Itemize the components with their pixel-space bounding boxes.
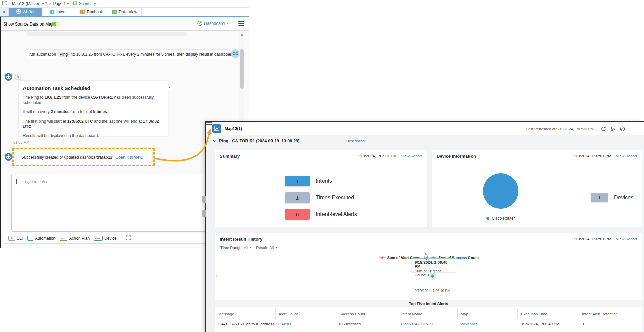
user-message-text: run automation <box>29 52 56 57</box>
panel-menu-button[interactable] <box>238 21 244 26</box>
user-message: run automation Ping to 10.8.1.25 from CA… <box>26 49 229 59</box>
data-view-icon: D <box>112 10 117 14</box>
stat-value: 0 <box>285 209 310 220</box>
chat-input-toolbar: cli:CLI ni:Automation act:Action Plan de… <box>4 233 234 244</box>
time-range-filter[interactable]: Time Range: All <box>220 246 251 250</box>
view-report-link[interactable]: View Report <box>616 154 637 158</box>
user-message-text: to 10.8.1.25 from CA-TOR-R1 every 2 minu… <box>71 52 234 57</box>
column-header: Map <box>457 309 517 319</box>
chevron-down-icon <box>42 3 44 4</box>
toolbar-item-automation[interactable]: ni:Automation <box>27 236 55 241</box>
stat-value: 1 <box>285 192 310 203</box>
table-header-row: Message Alert Count Success Count Intent… <box>215 309 642 319</box>
dashboard-dropdown[interactable]: Dashboard <box>197 21 228 26</box>
column-header: Intent Alert Detection <box>579 309 642 319</box>
section-collapse-header[interactable]: Ping - CA-TOR-R1 (2024-09-19_13-06-29) <box>213 139 299 143</box>
toolbar-item-cli[interactable]: cli:CLI <box>8 236 23 241</box>
dashboard-section-row: Ping - CA-TOR-R1 (2024-09-19_13-06-29) D… <box>206 135 644 147</box>
card-line: Results will be displayed in the dashboa… <box>23 133 164 138</box>
toolbar-item-action-plan[interactable]: act:Action Plan <box>60 236 90 241</box>
summary-card-header: Summary 9/19/2024, 1:07:01 PM View Repor… <box>215 150 427 162</box>
cell-view-map-link[interactable]: View Map <box>457 319 517 329</box>
column-header: Success Count <box>336 309 398 319</box>
tooltip-timestamp: 9/19/2024, 1:06:40 PM <box>415 260 453 268</box>
pie-legend: Cisco Router <box>469 216 533 221</box>
summary-label: Summary <box>79 1 96 6</box>
breadcrumb-map[interactable]: Map12 (Master) * <box>12 1 47 6</box>
device-icon: dev: <box>94 236 103 241</box>
expand-input-icon[interactable] <box>126 235 131 241</box>
action-plan-icon: act: <box>60 236 67 241</box>
history-filters: Time Range: All Result: All <box>220 246 277 250</box>
tab-label: AI-Bot <box>23 10 34 14</box>
section-title-text: Ping - CA-TOR-R1 (2024-09-19_13-06-29) <box>219 139 299 143</box>
scrollbar-thumb[interactable] <box>240 49 244 89</box>
breadcrumb-page[interactable]: Page 1 <box>53 1 69 6</box>
panel-resize-handle[interactable] <box>202 210 206 217</box>
device-card-header: Device Information 9/19/2024, 1:07:01 PM… <box>432 150 642 162</box>
alerts-table-title: Top Five Intent Alerts <box>215 300 642 307</box>
stat-label: Times Executed <box>316 195 354 201</box>
card-title: Automation Task Scheduled <box>23 85 164 91</box>
stat-intents: 1 Intents <box>285 176 332 186</box>
column-header: Intent Name <box>398 309 457 319</box>
tab-label: Intent <box>56 10 66 14</box>
legend-label: Cisco Router <box>492 216 515 221</box>
summary-list-icon <box>73 1 77 6</box>
stat-value: 1 <box>591 193 608 202</box>
expand-window-icon[interactable] <box>2 1 7 6</box>
runbook-icon: R <box>80 10 85 14</box>
gauge-icon <box>197 21 202 26</box>
scroll-up-arrow[interactable] <box>241 34 243 36</box>
stat-intent-level-alerts: 0 Intent-level Alerts <box>285 209 357 220</box>
column-header: Message <box>215 309 275 319</box>
column-header: Execution Time <box>517 309 579 319</box>
bot-avatar <box>5 73 12 81</box>
chat-input[interactable]: --- Type to enter --- <box>11 174 233 232</box>
text-cursor <box>16 179 17 184</box>
toggle-knob <box>56 22 60 26</box>
automation-scheduled-card: Automation Task Scheduled The Ping to 10… <box>18 80 168 136</box>
result-filter[interactable]: Result: All <box>256 246 277 250</box>
card-timestamp: 9/19/2024, 1:07:01 PM <box>572 154 611 158</box>
alerts-table: Message Alert Count Success Count Intent… <box>215 309 642 329</box>
chevron-down-icon <box>213 140 216 142</box>
tab-data-view[interactable]: D Data View <box>108 8 142 16</box>
tab-ai-bot[interactable]: AI-Bot <box>9 8 42 16</box>
automation-chip[interactable]: Ping <box>58 52 70 57</box>
pointer-hand-icon <box>15 74 21 80</box>
intent-icon: I <box>50 10 54 14</box>
refresh-icon[interactable] <box>601 126 606 132</box>
tab-label: Data View <box>119 10 137 14</box>
chevron-down-icon <box>249 247 251 248</box>
alert-series-marker-icon <box>379 256 386 259</box>
card-line: The first ping will start at 17:06:02 UT… <box>23 118 164 129</box>
tab-runbook[interactable]: R Runbook <box>75 8 108 16</box>
toolbar-item-device[interactable]: dev:Device <box>94 236 117 241</box>
stat-label: Intent-level Alerts <box>316 211 357 217</box>
tab-intent[interactable]: I Intent <box>42 8 75 16</box>
card-timestamp: 9/19/2024, 1:07:01 PM <box>357 154 396 158</box>
cell-alert-count-link[interactable]: 0 Alerts <box>275 319 336 329</box>
clipped-message <box>26 32 187 36</box>
collapse-tabs-button[interactable] <box>0 8 9 16</box>
x-axis-tick: 9/19/2024, 1:06:40 PM <box>406 289 459 293</box>
source-data-toggle[interactable] <box>51 22 60 26</box>
cell-intent-name-link[interactable]: Ping - CA-TOR-R1 <box>398 319 457 329</box>
highlight-dashed-box <box>12 148 155 166</box>
double-chevron-up-icon <box>2 10 6 14</box>
view-report-link[interactable]: View Report <box>401 154 422 158</box>
cli-icon: cli: <box>8 236 15 241</box>
panel-resize-handle[interactable] <box>202 196 206 203</box>
breadcrumb-summary-tab[interactable]: Summary <box>73 1 96 6</box>
notifications-muted-icon[interactable] <box>610 126 616 132</box>
panel-toolbar: Show Source Data on Map Dashboard <box>0 17 249 31</box>
chevron-down-icon <box>169 87 171 88</box>
table-row: CA-TOR-R1 - Ping to IP address 10.8.1...… <box>215 319 642 329</box>
disable-icon[interactable] <box>620 126 625 132</box>
last-refreshed-text: Last Refreshed at 9/19/2024, 1:07:33 PM <box>526 127 594 131</box>
dashboard-menu-icon[interactable] <box>206 122 212 126</box>
view-report-link[interactable]: View Report <box>616 237 637 241</box>
collapse-card-button[interactable] <box>167 85 172 90</box>
robot-icon <box>16 9 21 15</box>
